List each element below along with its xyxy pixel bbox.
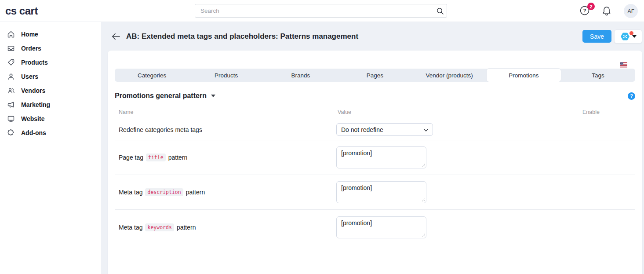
- svg-text:?: ?: [583, 8, 586, 13]
- page-header: AB: Extended meta tags and placeholders:…: [101, 22, 644, 51]
- row-label: Meta tag description pattern: [115, 188, 336, 196]
- select-value: Do not redefine: [341, 126, 383, 133]
- table-row: Page tag title pattern [promotion]: [115, 140, 635, 175]
- table-row: Redefine categories meta tags Do not red…: [115, 119, 635, 140]
- tab-categories[interactable]: Categories: [115, 69, 189, 82]
- addon-hexagon-icon: [620, 32, 630, 41]
- sidebar-item-orders[interactable]: Orders: [0, 41, 101, 55]
- row-label: Redefine categories meta tags: [115, 126, 336, 133]
- topbar-actions: ? 2 АГ: [579, 0, 644, 22]
- cscart-logo[interactable]: cs cart: [5, 5, 38, 17]
- tab-brands[interactable]: Brands: [263, 69, 338, 82]
- main-area: AB: Extended meta tags and placeholders:…: [101, 22, 644, 274]
- puzzle-icon: [7, 129, 15, 137]
- sidebar-item-marketing[interactable]: Marketing: [0, 98, 101, 112]
- user-icon: [7, 73, 15, 80]
- save-button[interactable]: Save: [582, 30, 611, 43]
- topbar: cs cart ? 2 АГ: [0, 0, 644, 22]
- sidebar-item-vendors[interactable]: Vendors: [0, 84, 101, 98]
- back-arrow-icon[interactable]: [111, 32, 120, 41]
- price-tag-icon: [7, 58, 15, 66]
- global-search: [195, 4, 447, 18]
- sidebar-item-label: Vendors: [21, 87, 45, 94]
- tab-products[interactable]: Products: [189, 69, 263, 82]
- section-header: Promotions general pattern ?: [115, 92, 635, 100]
- sidebar-item-label: Add-ons: [21, 129, 46, 136]
- code-chip-description: description: [145, 188, 183, 196]
- row-label: Meta tag keywords pattern: [115, 223, 336, 231]
- sidebar-item-label: Home: [21, 31, 38, 38]
- patterns-card: Categories Products Brands Pages Vendor …: [108, 51, 642, 274]
- column-header-enable: Enable: [582, 109, 635, 115]
- table-row: Meta tag keywords pattern [promotion]: [115, 210, 635, 245]
- row-value-cell: [promotion]: [336, 181, 582, 203]
- help-icon[interactable]: ? 2: [579, 5, 591, 17]
- search-icon[interactable]: [433, 7, 447, 15]
- vendors-people-icon: [7, 87, 15, 95]
- title-pattern-textarea[interactable]: [promotion]: [336, 146, 426, 168]
- home-icon: [7, 30, 15, 38]
- section-help-icon[interactable]: ?: [628, 92, 635, 100]
- sidebar-item-label: Website: [21, 115, 44, 122]
- sidebar-item-label: Products: [21, 59, 48, 66]
- redefine-meta-select[interactable]: Do not redefine: [336, 123, 433, 136]
- sidebar-item-website[interactable]: Website: [0, 112, 101, 126]
- tab-pages[interactable]: Pages: [338, 69, 412, 82]
- table-row: Meta tag description pattern [promotion]: [115, 175, 635, 210]
- tab-promotions[interactable]: Promotions: [487, 69, 561, 82]
- notifications-bell-icon[interactable]: [602, 6, 612, 16]
- table-header-row: Name Value Enable: [115, 105, 635, 119]
- row-value-cell: [promotion]: [336, 146, 582, 168]
- sidebar-item-label: Users: [21, 73, 38, 80]
- search-input[interactable]: [195, 4, 433, 17]
- section-caret-icon[interactable]: [211, 95, 215, 97]
- help-badge: 2: [587, 3, 595, 10]
- row-label: Page tag title pattern: [115, 153, 336, 161]
- code-chip-title: title: [146, 153, 166, 161]
- row-value-cell: Do not redefine: [336, 123, 582, 136]
- column-header-name: Name: [115, 109, 336, 115]
- monitor-icon: [7, 115, 15, 123]
- user-avatar[interactable]: АГ: [624, 4, 638, 18]
- chevron-down-icon: [632, 35, 637, 38]
- megaphone-icon: [7, 101, 15, 109]
- us-flag-icon[interactable]: [620, 62, 627, 68]
- description-pattern-textarea[interactable]: [promotion]: [336, 181, 426, 203]
- sidebar-item-label: Marketing: [21, 101, 50, 108]
- tab-tags[interactable]: Tags: [561, 69, 635, 82]
- keywords-pattern-textarea[interactable]: [promotion]: [336, 216, 426, 238]
- sidebar-item-users[interactable]: Users: [0, 69, 101, 84]
- row-value-cell: [promotion]: [336, 216, 582, 238]
- orders-inbox-icon: [7, 44, 15, 52]
- sidebar-item-addons[interactable]: Add-ons: [0, 126, 101, 140]
- sidebar-item-home[interactable]: Home: [0, 27, 101, 41]
- section-title[interactable]: Promotions general pattern: [115, 92, 207, 100]
- chevron-down-icon: [423, 127, 429, 134]
- page-title: AB: Extended meta tags and placeholders:…: [126, 32, 358, 41]
- tab-vendor-products[interactable]: Vendor (products): [412, 69, 487, 82]
- pattern-tabs: Categories Products Brands Pages Vendor …: [115, 69, 635, 82]
- language-row: [115, 51, 635, 68]
- sidebar: Home Orders Products Users Vendors Marke…: [0, 22, 101, 274]
- addon-alert-dot: [629, 31, 633, 35]
- patterns-table: Name Value Enable Redefine categories me…: [115, 105, 635, 245]
- addon-menu-button[interactable]: [614, 29, 642, 44]
- code-chip-keywords: keywords: [145, 223, 174, 231]
- column-header-value: Value: [336, 109, 582, 115]
- sidebar-item-products[interactable]: Products: [0, 55, 101, 69]
- sidebar-item-label: Orders: [21, 45, 41, 52]
